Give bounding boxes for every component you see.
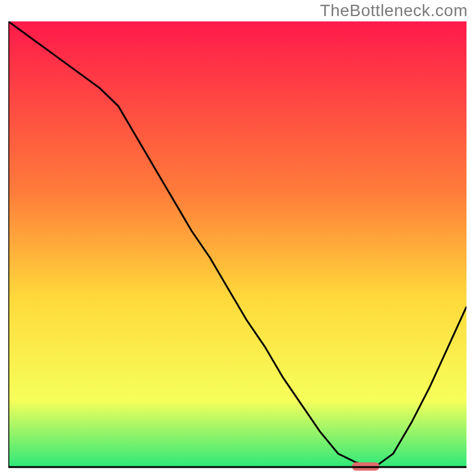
- bottleneck-chart: [8, 21, 466, 472]
- watermark-text: TheBottleneck.com: [320, 1, 468, 20]
- gradient-bg: [8, 21, 466, 467]
- chart-svg: [8, 21, 466, 472]
